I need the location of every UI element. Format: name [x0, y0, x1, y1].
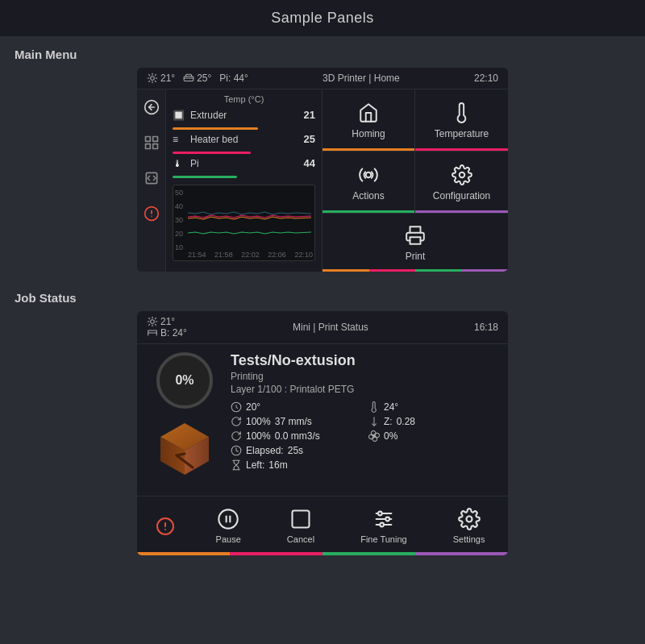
- thermometer-icon: [452, 102, 472, 123]
- flow1-icon: [231, 416, 242, 427]
- svg-line-37: [177, 454, 185, 455]
- job-header-temp-sun: 21°: [147, 316, 187, 327]
- svg-line-8: [155, 74, 156, 75]
- job-state: Printing: [231, 371, 497, 382]
- job-status-label: Job Status: [0, 280, 645, 311]
- configuration-button[interactable]: Configuration: [415, 152, 508, 214]
- z-val: 0.28: [397, 416, 415, 427]
- sidebar-grid-icon[interactable]: [140, 131, 163, 154]
- svg-point-23: [151, 320, 155, 324]
- print-accent: [322, 269, 508, 272]
- actions-icon: [358, 164, 379, 185]
- pause-btn[interactable]: Pause: [206, 505, 251, 547]
- flow2-stat: 100% 0.0 mm3/s: [231, 430, 359, 442]
- print-icon: [405, 225, 426, 246]
- svg-point-53: [385, 517, 389, 521]
- job-header-temp-bed: B: 24°: [147, 327, 187, 339]
- extruder-temp-stat: 20°: [231, 401, 359, 413]
- job-panel-title: Mini | Print Status: [293, 322, 368, 333]
- svg-point-20: [366, 172, 372, 178]
- chart-svg: [188, 189, 311, 251]
- print-button[interactable]: Print: [322, 214, 508, 272]
- job-left-section: 0%: [148, 352, 221, 488]
- job-bed-icon: [147, 327, 158, 339]
- svg-rect-22: [410, 237, 421, 244]
- flow1-pct: 100%: [246, 416, 271, 427]
- cancel-label: Cancel: [287, 534, 314, 544]
- pause-label: Pause: [216, 534, 241, 544]
- fan-pct: 0%: [384, 430, 397, 442]
- header-temp-bed: 25°: [183, 73, 211, 84]
- job-sun-icon: [147, 316, 158, 327]
- main-menu-panel-wrapper: 21° 25° Pi: 44° 3D Printer | Home 22:10: [0, 68, 645, 280]
- alert-toolbar-btn[interactable]: [151, 513, 180, 539]
- flow1-speed: 37 mm/s: [275, 416, 312, 427]
- svg-rect-13: [152, 137, 157, 142]
- z-label: Z:: [384, 416, 393, 427]
- clock-icon: [231, 445, 242, 456]
- settings-label: Settings: [453, 534, 485, 544]
- elapsed-row: Elapsed: 25s: [231, 445, 497, 456]
- header-temp-sun: 21°: [147, 73, 175, 84]
- cancel-btn[interactable]: Cancel: [277, 505, 324, 547]
- homing-button[interactable]: Homing: [322, 89, 415, 152]
- finetuning-btn[interactable]: Fine Tuning: [351, 505, 416, 547]
- main-menu-panel: 21° 25° Pi: 44° 3D Printer | Home 22:10: [137, 68, 508, 272]
- panel-right-buttons: Homing Temperature Actions: [322, 89, 508, 272]
- sidebar-alert-icon[interactable]: [140, 202, 163, 225]
- job-panel-time: 16:18: [474, 322, 498, 333]
- temp-unit-label: Temp (°C): [173, 94, 315, 104]
- sidebar-code-icon[interactable]: [140, 167, 163, 189]
- cube-preview: [148, 415, 221, 488]
- left-row: Left: 16m: [231, 459, 497, 471]
- job-body: 0%: [137, 344, 508, 496]
- temperature-button[interactable]: Temperature: [415, 89, 508, 152]
- bed-bar: [173, 152, 251, 154]
- svg-point-45: [219, 509, 238, 528]
- svg-point-0: [151, 77, 155, 81]
- svg-point-55: [466, 517, 472, 522]
- flow2-icon: [231, 430, 242, 442]
- svg-rect-15: [152, 144, 157, 149]
- svg-rect-14: [145, 144, 150, 149]
- actions-button[interactable]: Actions: [322, 152, 415, 214]
- pause-icon: [217, 508, 239, 530]
- bottom-accent-bar: [137, 552, 508, 555]
- fan-icon: [368, 430, 380, 442]
- pi-icon: 🌡: [173, 158, 185, 169]
- actions-label: Actions: [352, 190, 384, 202]
- flow2-pct: 100%: [246, 430, 271, 442]
- svg-rect-9: [184, 77, 194, 81]
- job-layer: Layer 1/100 : Printalot PETG: [231, 384, 497, 395]
- panel-time: 22:10: [474, 73, 498, 84]
- temp-chart-section: Temp (°C) 🔲 Extruder 21 ≡ Heater bed 25: [166, 89, 322, 272]
- svg-point-21: [459, 172, 464, 178]
- z-axis-icon: [368, 416, 380, 427]
- chart-y-labels: 5040302010: [175, 189, 183, 251]
- temperature-label: Temperature: [435, 128, 489, 139]
- svg-line-31: [155, 318, 156, 318]
- alert-icon: [156, 517, 175, 536]
- gear-icon: [452, 164, 472, 185]
- temp-chart: 5040302010 21:: [173, 185, 315, 261]
- extruder-stat-icon: [231, 401, 242, 413]
- home-icon: [358, 102, 379, 123]
- job-toolbar: Pause Cancel Fine Tuning Settings: [137, 496, 508, 552]
- job-status-panel: 21° B: 24° Mini | Print Status 16:18 0%: [137, 311, 508, 555]
- job-status-panel-wrapper: 21° B: 24° Mini | Print Status 16:18 0%: [0, 311, 645, 563]
- extruder-temp-val: 20°: [246, 401, 260, 413]
- svg-line-26: [148, 318, 149, 318]
- sidebar-back-icon[interactable]: [140, 96, 163, 118]
- sidebar: [137, 89, 166, 272]
- main-menu-label: Main Menu: [0, 36, 645, 68]
- pi-bar: [173, 176, 237, 178]
- temperature-accent: [415, 148, 508, 151]
- svg-line-7: [148, 81, 149, 81]
- panel-title: 3D Printer | Home: [322, 73, 400, 84]
- svg-line-27: [155, 324, 156, 325]
- settings-btn[interactable]: Settings: [443, 505, 495, 547]
- main-panel-body: Temp (°C) 🔲 Extruder 21 ≡ Heater bed 25: [137, 89, 508, 272]
- job-panel-header: 21° B: 24° Mini | Print Status 16:18: [137, 311, 508, 344]
- svg-rect-12: [145, 137, 150, 142]
- thermometer-stat-icon: [368, 401, 380, 413]
